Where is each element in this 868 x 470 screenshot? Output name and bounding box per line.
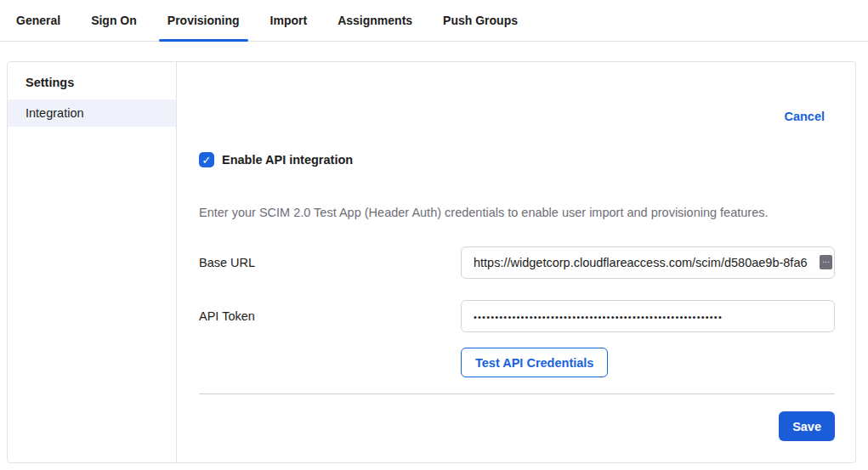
tab-sign-on[interactable]: Sign On <box>82 0 145 41</box>
overflow-indicator-icon: ⋯ <box>820 255 832 269</box>
footer-divider <box>199 394 835 394</box>
integration-settings-panel: Cancel ✓ Enable API integration Enter yo… <box>177 62 855 462</box>
settings-sidebar: Settings Integration <box>8 62 177 462</box>
enable-api-label: Enable API integration <box>222 153 353 167</box>
api-token-label: API Token <box>199 309 461 323</box>
test-api-credentials-button[interactable]: Test API Credentials <box>461 348 608 377</box>
sidebar-item-label: Integration <box>26 106 84 120</box>
base-url-row: Base URL ⋯ <box>199 246 835 279</box>
app-tabbar: General Sign On Provisioning Import Assi… <box>0 0 868 42</box>
tab-provisioning[interactable]: Provisioning <box>159 0 248 41</box>
test-credentials-row: Test API Credentials <box>199 348 835 377</box>
tab-import[interactable]: Import <box>262 0 316 41</box>
cancel-row: Cancel <box>199 110 835 123</box>
checkmark-icon: ✓ <box>202 154 212 167</box>
enable-api-checkbox[interactable]: ✓ <box>199 152 214 167</box>
base-url-input[interactable] <box>461 246 835 279</box>
sidebar-item-integration[interactable]: Integration <box>8 99 176 127</box>
sidebar-heading: Settings <box>8 62 176 99</box>
api-token-row: API Token <box>199 300 835 332</box>
tab-push-groups[interactable]: Push Groups <box>434 0 526 41</box>
provisioning-card: Settings Integration Cancel ✓ Enable API… <box>7 61 856 463</box>
save-button[interactable]: Save <box>779 411 835 441</box>
enable-api-row: ✓ Enable API integration <box>199 152 835 167</box>
api-token-input-wrap <box>461 300 835 332</box>
tab-assignments[interactable]: Assignments <box>329 0 421 41</box>
save-row: Save <box>199 411 835 441</box>
credentials-description: Enter your SCIM 2.0 Test App (Header Aut… <box>199 204 835 221</box>
api-token-input[interactable] <box>461 300 835 332</box>
base-url-label: Base URL <box>199 256 461 269</box>
cancel-link[interactable]: Cancel <box>784 110 825 123</box>
base-url-input-wrap: ⋯ <box>461 246 835 279</box>
tab-general[interactable]: General <box>8 0 69 41</box>
